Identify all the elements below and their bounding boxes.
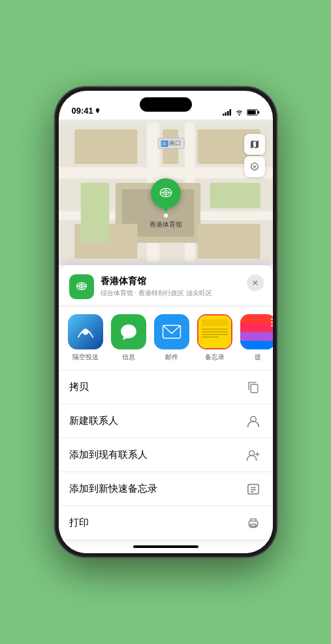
copy-svg [247,381,259,394]
pin-dot [164,214,168,217]
print-svg [247,517,260,529]
location-button[interactable] [244,156,265,177]
notes-label: 备忘录 [205,353,225,362]
action-new-contact[interactable]: 新建联系人 [59,404,273,438]
person-svg [247,415,260,428]
phone-frame: 09:41 [55,87,277,557]
venue-name: 香港体育馆 [101,276,262,287]
more-icon-container [240,314,273,349]
airdrop-label: 隔空投送 [72,353,99,362]
action-add-contact[interactable]: 添加到现有联系人 [59,438,273,472]
airdrop-icon [76,323,95,341]
svg-rect-8 [59,167,273,178]
close-icon [251,279,259,287]
action-print-label: 打印 [69,517,244,529]
messages-label: 信息 [122,353,135,362]
mail-label: 邮件 [165,353,178,362]
svg-rect-20 [210,183,260,208]
home-bar [133,545,198,548]
stadium-icon [157,185,174,202]
map-buttons [244,134,265,177]
action-quick-note-label: 添加到新快速备忘录 [69,483,244,495]
notes-inner [198,315,231,348]
venue-icon [69,274,94,299]
status-icons [223,109,260,116]
svg-rect-6 [247,110,256,114]
messages-icon-container [111,314,146,349]
bottom-sheet: 香港体育馆 综合体育馆 · 香港特别行政区 油尖旺区 [59,265,273,540]
svg-rect-2 [227,111,229,116]
svg-rect-3 [229,109,231,116]
location-pin: 香港体育馆 [150,178,182,229]
svg-rect-1 [225,112,227,116]
venue-subtitle: 综合体育馆 · 香港特别行政区 油尖旺区 [101,289,262,298]
location-status-icon [95,108,101,114]
venue-header: 香港体育馆 综合体育馆 · 香港特别行政区 油尖旺区 [59,265,273,306]
more-dots [271,318,273,327]
map-area: 出 南口 [59,120,273,265]
copy-icon [244,378,262,396]
action-add-contact-label: 添加到现有联系人 [69,449,244,461]
share-airdrop[interactable]: 隔空投送 [68,314,103,362]
more-label: 提 [255,353,261,362]
venue-stadium-icon [74,280,89,294]
airdrop-icon-container [68,314,103,349]
messages-icon [119,323,138,341]
map-type-icon [249,139,260,150]
share-mail[interactable]: 邮件 [154,314,189,362]
svg-rect-19 [80,183,108,243]
close-button[interactable] [247,274,264,291]
svg-rect-18 [197,224,260,259]
share-messages[interactable]: 信息 [111,314,146,362]
notes-line-4 [202,336,219,338]
map-type-button[interactable] [244,134,265,155]
share-row: 隔空投送 信息 [59,306,273,370]
more-colors [240,314,273,349]
status-time: 09:41 [72,106,101,116]
action-copy[interactable]: 拷贝 [59,370,273,404]
pin-circle [151,178,181,208]
compass-icon [250,162,259,171]
action-quick-note[interactable]: 添加到新快速备忘录 [59,472,273,506]
south-entrance-label: 出 南口 [157,138,184,149]
notes-top [202,319,228,326]
svg-rect-0 [223,114,225,116]
print-icon [244,514,262,532]
notes-icon-container [197,314,232,349]
dynamic-island [140,97,192,112]
add-contact-icon [244,446,262,464]
mail-icon [162,325,181,339]
svg-rect-31 [251,384,258,393]
memo-svg [247,483,260,495]
mail-icon-container [154,314,189,349]
signal-icon [223,109,232,116]
share-more[interactable]: 提 [240,314,273,362]
new-contact-icon [244,412,262,430]
notes-line-1 [202,329,228,330]
pin-label: 香港体育馆 [150,220,182,229]
share-notes[interactable]: 备忘录 [197,314,232,362]
wifi-icon [235,109,244,116]
quick-note-icon [244,480,262,498]
action-new-contact-label: 新建联系人 [69,415,244,427]
person-add-svg [246,449,260,462]
battery-icon [247,109,260,116]
svg-rect-5 [258,111,259,114]
phone-screen: 09:41 [59,91,273,553]
action-print[interactable]: 打印 [59,506,273,540]
home-indicator [59,540,273,553]
venue-info: 香港体育馆 综合体育馆 · 香港特别行政区 油尖旺区 [101,276,262,298]
svg-rect-12 [74,129,137,164]
notes-line-3 [202,334,228,335]
notes-line-2 [202,331,228,332]
action-copy-label: 拷贝 [69,381,244,393]
